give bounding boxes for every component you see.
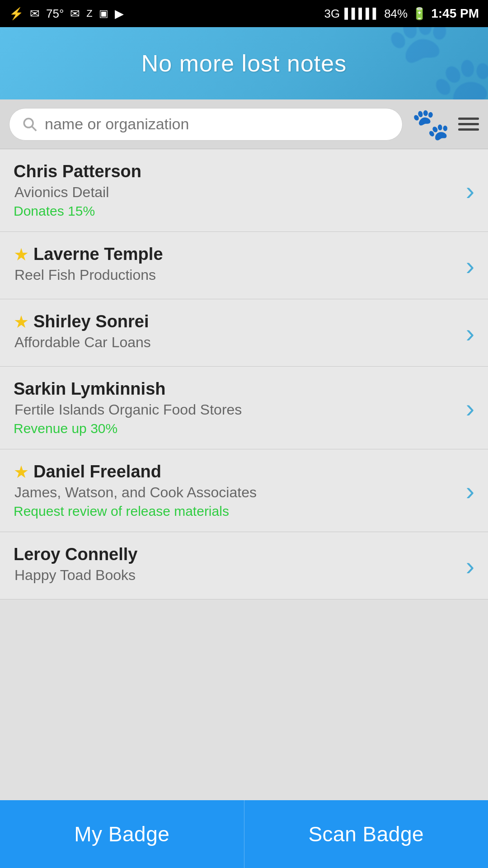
contact-org-text: Avionics Detail xyxy=(14,184,461,201)
contact-org-text: Happy Toad Books xyxy=(14,567,461,584)
search-input[interactable] xyxy=(45,115,389,133)
search-wrapper xyxy=(9,108,403,141)
chevron-right-icon: › xyxy=(466,250,474,281)
contact-info: ★Shirley SonreiAffordable Car Loans xyxy=(14,312,461,354)
star-icon: ★ xyxy=(14,246,29,263)
contact-name-text: Laverne Temple xyxy=(33,245,163,264)
contact-name-text: Daniel Freeland xyxy=(33,462,161,481)
chevron-right-icon: › xyxy=(466,476,474,506)
list-item[interactable]: ★Daniel FreelandJames, Watson, and Cook … xyxy=(0,449,488,532)
list-item[interactable]: Chris PattersonAvionics DetailDonates 15… xyxy=(0,149,488,232)
chevron-right-icon: › xyxy=(466,175,474,206)
contact-info: ★Daniel FreelandJames, Watson, and Cook … xyxy=(14,462,461,519)
contact-name-text: Sarkin Lymkinnish xyxy=(14,379,165,399)
contact-name-row: Leroy Connelly xyxy=(14,545,461,564)
header-icons: 🐾 xyxy=(412,106,479,142)
contact-note-text: Request review of release materials xyxy=(14,504,461,519)
zone-icon: Z xyxy=(86,8,92,19)
cassette-icon: ▣ xyxy=(99,8,108,19)
list-item[interactable]: Sarkin LymkinnishFertile Islands Organic… xyxy=(0,367,488,449)
contact-note-text: Revenue up 30% xyxy=(14,421,461,436)
chevron-right-icon: › xyxy=(466,393,474,423)
svg-line-1 xyxy=(32,126,36,130)
status-bar: ⚡ ✉ 75° ✉ Z ▣ ▶ 3G ▌▌▌▌▌ 84% 🔋 1:45 PM xyxy=(0,0,488,27)
contact-name-text: Chris Patterson xyxy=(14,162,141,181)
contact-org-text: James, Watson, and Cook Associates xyxy=(14,484,461,501)
search-icon xyxy=(22,117,38,132)
contact-org-text: Affordable Car Loans xyxy=(14,334,461,351)
list-item[interactable]: Leroy ConnellyHappy Toad Books› xyxy=(0,532,488,599)
scan-badge-button[interactable]: Scan Badge xyxy=(244,800,488,868)
contact-info: Sarkin LymkinnishFertile Islands Organic… xyxy=(14,379,461,436)
list-item[interactable]: ★Shirley SonreiAffordable Car Loans› xyxy=(0,299,488,367)
battery-icon: 🔋 xyxy=(412,7,427,21)
contact-list: Chris PattersonAvionics DetailDonates 15… xyxy=(0,149,488,599)
status-left-icons: ⚡ ✉ 75° ✉ Z ▣ ▶ xyxy=(9,7,124,21)
signal-icon: ▌▌▌▌▌ xyxy=(344,8,380,19)
chevron-right-icon: › xyxy=(466,551,474,581)
contact-name-row: ★Daniel Freeland xyxy=(14,462,461,481)
status-right-info: 3G ▌▌▌▌▌ 84% 🔋 1:45 PM xyxy=(324,6,479,21)
contact-name-row: Sarkin Lymkinnish xyxy=(14,379,461,399)
contact-org-text: Reel Fish Productions xyxy=(14,267,461,283)
banner-title: No more lost notes xyxy=(141,50,347,77)
temperature-text: 75° xyxy=(46,7,64,21)
time-display: 1:45 PM xyxy=(431,6,479,21)
chevron-right-icon: › xyxy=(466,318,474,348)
contact-info: ★Laverne TempleReel Fish Productions xyxy=(14,245,461,286)
menu-hamburger-icon[interactable] xyxy=(458,118,479,131)
battery-text: 84% xyxy=(384,7,408,21)
contact-info: Chris PattersonAvionics DetailDonates 15… xyxy=(14,162,461,219)
network-indicator: 3G xyxy=(324,7,340,21)
star-icon: ★ xyxy=(14,313,29,330)
usb-icon: ⚡ xyxy=(9,7,23,21)
contact-name-row: ★Shirley Sonrei xyxy=(14,312,461,331)
contact-org-text: Fertile Islands Organic Food Stores xyxy=(14,401,461,418)
play-icon: ▶ xyxy=(115,7,124,21)
paw-background-decoration: 🐾 xyxy=(384,27,488,99)
contact-note-text: Donates 15% xyxy=(14,203,461,219)
list-item[interactable]: ★Laverne TempleReel Fish Productions› xyxy=(0,232,488,299)
email-icon: ✉ xyxy=(30,7,40,21)
contact-name-row: ★Laverne Temple xyxy=(14,245,461,264)
paw-logo-icon[interactable]: 🐾 xyxy=(412,106,450,142)
contact-info: Leroy ConnellyHappy Toad Books xyxy=(14,545,461,586)
svg-point-0 xyxy=(24,118,33,127)
email2-icon: ✉ xyxy=(70,7,80,21)
contact-name-text: Shirley Sonrei xyxy=(33,312,149,331)
my-badge-button[interactable]: My Badge xyxy=(0,800,244,868)
contact-name-text: Leroy Connelly xyxy=(14,545,138,564)
search-row: 🐾 xyxy=(0,99,488,149)
star-icon: ★ xyxy=(14,463,29,481)
bottom-bar: My Badge Scan Badge xyxy=(0,800,488,868)
header-banner: 🐾 No more lost notes xyxy=(0,27,488,99)
contact-name-row: Chris Patterson xyxy=(14,162,461,181)
